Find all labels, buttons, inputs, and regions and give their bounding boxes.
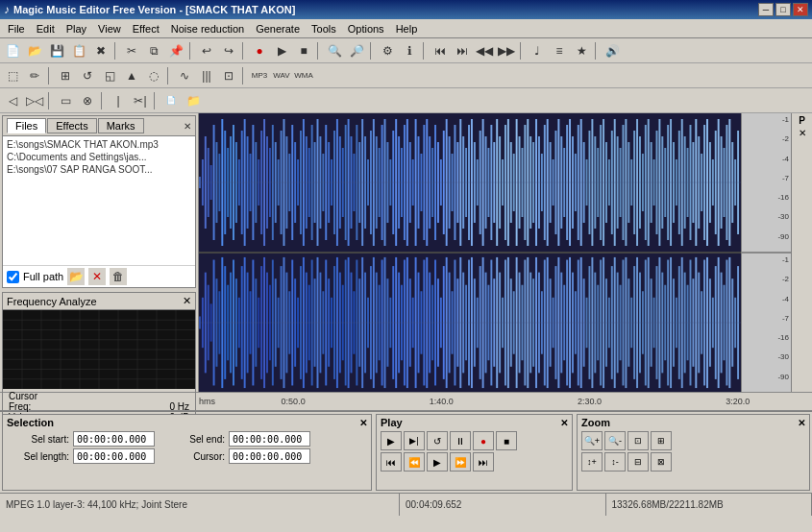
play-button[interactable]: ▶ xyxy=(381,431,402,450)
minimize-button[interactable]: ─ xyxy=(758,3,774,16)
tb-fx[interactable]: ★ xyxy=(571,40,592,61)
menu-noise-reduction[interactable]: Noise reduction xyxy=(165,21,250,36)
play-close[interactable]: ✕ xyxy=(560,418,568,428)
tb3-add-silence[interactable]: ▭ xyxy=(55,90,76,111)
tb2-snap[interactable]: ⊞ xyxy=(55,65,76,86)
tb-stop-all[interactable]: ■ xyxy=(293,40,314,61)
tb3-marker[interactable]: | xyxy=(108,90,129,111)
tb-cut[interactable]: ✂ xyxy=(121,40,142,61)
menu-help[interactable]: Help xyxy=(390,21,424,36)
menu-file[interactable]: File xyxy=(2,21,31,36)
menu-tools[interactable]: Tools xyxy=(306,21,342,36)
files-browse-btn[interactable]: 📂 xyxy=(67,268,85,285)
files-delete-btn[interactable]: 🗑 xyxy=(110,268,127,285)
tb2-wma[interactable]: WMA xyxy=(293,65,314,86)
play2-button[interactable]: ▶ xyxy=(427,452,448,472)
menu-play[interactable]: Play xyxy=(61,21,92,36)
sel-end-input[interactable] xyxy=(229,431,310,447)
tab-marks[interactable]: Marks xyxy=(98,118,144,133)
tb-pitch[interactable]: ♩ xyxy=(527,40,548,61)
title-bar-controls[interactable]: ─ □ ✕ xyxy=(758,3,808,16)
file-item[interactable]: E:\songs\07 SAP RANGA SOOT... xyxy=(5,163,193,176)
tb-zoom-out[interactable]: 🔎 xyxy=(346,40,367,61)
tb2-loop[interactable]: ↺ xyxy=(77,65,98,86)
tb2-mp3[interactable]: MP3 xyxy=(249,65,270,86)
tb-paste[interactable]: 📌 xyxy=(165,40,186,61)
zoom-close[interactable]: ✕ xyxy=(798,418,805,428)
tb-save[interactable]: 💾 xyxy=(46,40,67,61)
freq-close[interactable]: ✕ xyxy=(183,295,191,307)
rewind-button[interactable]: ⏮ xyxy=(381,452,402,472)
record-button[interactable]: ● xyxy=(473,431,494,450)
tb2-normalize[interactable]: ▲ xyxy=(121,65,142,86)
zoom-in-v-btn[interactable]: ↕+ xyxy=(581,452,603,472)
tb2-draw[interactable]: ✏ xyxy=(24,65,45,86)
tb2-waveform[interactable]: ∿ xyxy=(174,65,195,86)
tb-open[interactable]: 📂 xyxy=(24,40,45,61)
loop-button[interactable]: ↺ xyxy=(427,431,448,450)
menu-options[interactable]: Options xyxy=(342,21,390,36)
zoom-full-btn[interactable]: ⊞ xyxy=(651,431,672,450)
play-sel-button[interactable]: ▶| xyxy=(404,431,425,450)
zoom-in-h-btn[interactable]: 🔍+ xyxy=(581,431,603,450)
tb-save-as[interactable]: 📋 xyxy=(68,40,89,61)
tb2-stereo[interactable]: ⊡ xyxy=(218,65,239,86)
tb-copy[interactable]: ⧉ xyxy=(143,40,164,61)
prev-button[interactable]: ⏪ xyxy=(404,452,425,472)
tb-next-mark[interactable]: ▶▶ xyxy=(496,40,517,61)
stop-button[interactable]: ■ xyxy=(496,431,517,450)
menu-edit[interactable]: Edit xyxy=(31,21,61,36)
sel-start-input[interactable] xyxy=(73,431,155,447)
menu-view[interactable]: View xyxy=(92,21,127,36)
zoom-fit-btn[interactable]: ⊟ xyxy=(627,452,649,472)
pause-button[interactable]: ⏸ xyxy=(450,431,471,450)
tb-prev-mark[interactable]: ◀◀ xyxy=(474,40,495,61)
tb-record[interactable]: ● xyxy=(249,40,270,61)
p-button[interactable]: P xyxy=(799,115,805,126)
tb3-folder-icon[interactable]: 📁 xyxy=(183,90,204,111)
end-button[interactable]: ⏭ xyxy=(473,452,494,472)
tb-zoom-in[interactable]: 🔍 xyxy=(324,40,345,61)
file-item[interactable]: C:\Documents and Settings\jas... xyxy=(5,151,193,163)
tb3-file-icon[interactable]: 📄 xyxy=(160,90,182,111)
zoom-reset-btn[interactable]: ⊠ xyxy=(651,452,672,472)
tb-info[interactable]: ℹ xyxy=(399,40,420,61)
files-panel-close[interactable]: ✕ xyxy=(184,121,191,132)
tab-files[interactable]: Files xyxy=(7,118,46,133)
zoom-sel-btn[interactable]: ⊡ xyxy=(627,431,649,450)
tb-play-all[interactable]: ▶ xyxy=(271,40,292,61)
tb-settings[interactable]: ⚙ xyxy=(377,40,398,61)
cursor-input[interactable] xyxy=(229,448,310,464)
full-path-checkbox[interactable] xyxy=(7,271,19,283)
tb-close[interactable]: ✖ xyxy=(90,40,111,61)
close-button[interactable]: ✕ xyxy=(793,3,808,16)
menu-effect[interactable]: Effect xyxy=(127,21,165,36)
tb-new[interactable]: 📄 xyxy=(2,40,23,61)
sel-length-input[interactable] xyxy=(73,448,155,464)
tb3-trim[interactable]: ▷◁ xyxy=(24,90,45,111)
tab-effects[interactable]: Effects xyxy=(47,118,96,133)
tb-eq[interactable]: ≡ xyxy=(549,40,570,61)
selection-close[interactable]: ✕ xyxy=(359,418,367,428)
zoom-out-h-btn[interactable]: 🔍- xyxy=(604,431,626,450)
menu-generate[interactable]: Generate xyxy=(250,21,306,36)
tb2-spectrum[interactable]: ||| xyxy=(196,65,217,86)
tb-redo[interactable]: ↪ xyxy=(218,40,239,61)
tb2-denoise[interactable]: ◌ xyxy=(143,65,164,86)
tb-vol[interactable]: 🔊 xyxy=(602,40,623,61)
tb2-wav[interactable]: WAV xyxy=(271,65,292,86)
tb-ff[interactable]: ⏭ xyxy=(452,40,473,61)
files-remove-btn[interactable]: ✕ xyxy=(88,268,106,285)
next-button[interactable]: ⏩ xyxy=(450,452,471,472)
zoom-out-v-btn[interactable]: ↕- xyxy=(604,452,626,472)
tb3-split[interactable]: ✂| xyxy=(130,90,151,111)
x-button[interactable]: ✕ xyxy=(799,128,806,138)
tb2-select[interactable]: ⬚ xyxy=(2,65,23,86)
maximize-button[interactable]: □ xyxy=(775,3,791,16)
tb3-del-silence[interactable]: ⊗ xyxy=(77,90,98,111)
tb3-cut-l[interactable]: ◁ xyxy=(2,90,23,111)
tb-rewind[interactable]: ⏮ xyxy=(430,40,451,61)
tb2-fade[interactable]: ◱ xyxy=(99,65,120,86)
file-item[interactable]: E:\songs\SMACK THAT AKON.mp3 xyxy=(5,138,193,151)
tb-undo[interactable]: ↩ xyxy=(196,40,217,61)
